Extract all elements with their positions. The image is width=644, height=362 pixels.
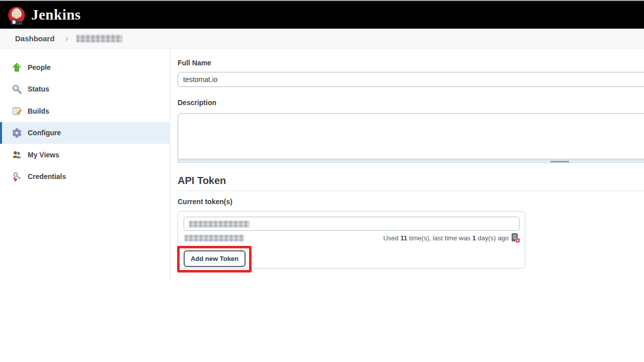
credentials-icon [12,171,22,182]
sidebar-item-my-views[interactable]: My Views [0,144,170,166]
resize-grip-icon [550,161,569,162]
people-icon [12,149,22,160]
full-name-input[interactable] [178,72,644,87]
side-panel: People Status Builds Configure [0,49,170,280]
usage-count: 11 [400,234,408,242]
revoke-token-icon[interactable] [511,233,520,243]
api-token-heading: API Token [178,175,226,187]
sidebar-item-label: Status [28,85,49,93]
up-arrow-icon [12,62,22,72]
notepad-icon [12,106,22,116]
sidebar-item-status[interactable]: Status [0,78,170,101]
breadcrumb-user-redacted[interactable] [76,35,122,42]
top-bar: Jenkins [0,0,644,29]
description-label: Description [178,99,216,107]
sidebar-item-people[interactable]: People [0,56,170,78]
breadcrumb-dashboard-link[interactable]: Dashboard [15,34,54,43]
token-name-redacted [189,221,250,227]
breadcrumb: Dashboard › [0,29,644,49]
sidebar-item-label: Builds [28,107,49,115]
add-new-token-button[interactable]: Add new Token [184,250,246,267]
token-name-input[interactable] [184,217,520,231]
brand-title[interactable]: Jenkins [31,7,81,23]
full-name-label: Full Name [178,59,211,67]
usage-text: Used 11 time(s), last time was 1 day(s) … [383,234,509,242]
sidebar-item-label: My Views [28,151,59,159]
textarea-resize-handle[interactable] [178,160,644,163]
search-icon [12,84,22,95]
sidebar-item-label: People [28,63,51,71]
jenkins-butler-logo-icon[interactable] [7,6,26,25]
sidebar-item-builds[interactable]: Builds [0,100,170,122]
sidebar-item-label: Configure [28,129,61,137]
gear-icon [12,128,22,138]
chevron-right-icon: › [65,34,68,43]
current-tokens-label: Current token(s) [178,198,232,206]
token-card: Used 11 time(s), last time was 1 day(s) … [178,211,525,268]
sidebar-item-label: Credentials [28,172,66,180]
sidebar-item-configure[interactable]: Configure [0,122,170,144]
sidebar-item-credentials[interactable]: Credentials [0,166,170,188]
token-uuid-redacted [185,235,244,241]
token-usage-status: Used 11 time(s), last time was 1 day(s) … [383,233,520,243]
section-divider [178,191,644,191]
description-textarea[interactable] [178,113,644,159]
usage-days: 1 [472,234,476,242]
